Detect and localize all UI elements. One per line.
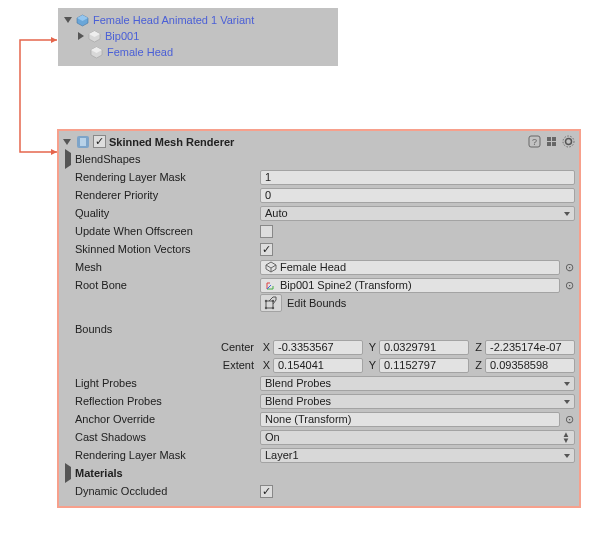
svg-point-7: [565, 139, 571, 145]
blendshapes-row[interactable]: BlendShapes: [63, 150, 575, 168]
component-icon: [76, 135, 90, 149]
object-picker-icon[interactable]: ⊙: [563, 413, 575, 426]
cast-shadows-row: Cast Shadows On▲▼: [63, 428, 575, 446]
prefab-variant-icon: [76, 14, 89, 27]
skinned-motion-vectors-row: Skinned Motion Vectors: [63, 240, 575, 258]
hierarchy-item-label: Female Head Animated 1 Variant: [93, 14, 254, 26]
extent-z-input[interactable]: [485, 358, 575, 373]
mesh-object-field[interactable]: Female Head: [260, 260, 560, 275]
extent-x-input[interactable]: [273, 358, 363, 373]
reflection-probes-row: Reflection Probes Blend Probes: [63, 392, 575, 410]
object-picker-icon[interactable]: ⊙: [563, 279, 575, 292]
mesh-row: Mesh Female Head ⊙: [63, 258, 575, 276]
mesh-icon: [265, 261, 277, 273]
center-z-input[interactable]: [485, 340, 575, 355]
reflection-probes-dropdown[interactable]: Blend Probes: [260, 394, 575, 409]
inspector-panel: Skinned Mesh Renderer ? BlendShapes Rend…: [58, 130, 580, 507]
hierarchy-item-label: Female Head: [107, 46, 173, 58]
svg-point-12: [265, 307, 267, 309]
hierarchy-item-label: Bip001: [105, 30, 139, 42]
svg-point-8: [563, 136, 574, 147]
light-probes-row: Light Probes Blend Probes: [63, 374, 575, 392]
bounds-center-row: Center X Y Z: [63, 338, 575, 356]
materials-row[interactable]: Materials: [63, 464, 575, 482]
svg-point-11: [272, 300, 274, 302]
hierarchy-item-root[interactable]: Female Head Animated 1 Variant: [64, 12, 332, 28]
edit-bounds-label: Edit Bounds: [287, 297, 346, 309]
rendering-layer-mask2-row: Rendering Layer Mask Layer1: [63, 446, 575, 464]
anchor-override-field[interactable]: None (Transform): [260, 412, 560, 427]
preset-icon[interactable]: [544, 135, 558, 149]
svg-rect-4: [552, 137, 556, 141]
skinned-motion-vectors-checkbox[interactable]: [260, 243, 273, 256]
hierarchy-item-bip[interactable]: Bip001: [64, 28, 332, 44]
foldout-icon[interactable]: [65, 149, 71, 169]
svg-rect-6: [552, 142, 556, 146]
svg-rect-3: [547, 137, 551, 141]
root-bone-object-field[interactable]: Bip001 Spine2 (Transform): [260, 278, 560, 293]
component-enabled-checkbox[interactable]: [93, 135, 106, 148]
foldout-icon[interactable]: [63, 139, 71, 145]
anchor-override-row: Anchor Override None (Transform) ⊙: [63, 410, 575, 428]
dynamic-occluded-checkbox[interactable]: [260, 485, 273, 498]
light-probes-dropdown[interactable]: Blend Probes: [260, 376, 575, 391]
renderer-priority-input[interactable]: [260, 188, 575, 203]
foldout-icon[interactable]: [64, 17, 72, 23]
object-picker-icon[interactable]: ⊙: [563, 261, 575, 274]
gameobject-icon: [90, 46, 103, 59]
gear-icon[interactable]: [561, 135, 575, 149]
hierarchy-item-head[interactable]: Female Head: [64, 44, 332, 60]
dynamic-occluded-row: Dynamic Occluded: [63, 482, 575, 500]
relation-arrow: [2, 34, 62, 234]
root-bone-row: Root Bone Bip001 Spine2 (Transform) ⊙: [63, 276, 575, 294]
component-header[interactable]: Skinned Mesh Renderer ?: [63, 133, 575, 150]
svg-point-13: [272, 307, 274, 309]
update-offscreen-checkbox[interactable]: [260, 225, 273, 238]
edit-bounds-toggle[interactable]: [260, 294, 282, 312]
edit-bounds-row: Edit Bounds: [63, 294, 575, 312]
rendering-layer-mask2-dropdown[interactable]: Layer1: [260, 448, 575, 463]
center-x-input[interactable]: [273, 340, 363, 355]
svg-rect-9: [266, 301, 273, 308]
extent-y-input[interactable]: [379, 358, 469, 373]
bounds-tool-icon: [264, 296, 278, 310]
gameobject-icon: [88, 30, 101, 43]
svg-rect-5: [547, 142, 551, 146]
renderer-priority-row: Renderer Priority: [63, 186, 575, 204]
bounds-extent-row: Extent X Y Z: [63, 356, 575, 374]
transform-icon: [265, 279, 277, 291]
help-icon[interactable]: ?: [527, 135, 541, 149]
cast-shadows-dropdown[interactable]: On▲▼: [260, 430, 575, 445]
rendering-layer-mask-input[interactable]: [260, 170, 575, 185]
quality-dropdown[interactable]: Auto: [260, 206, 575, 221]
center-y-input[interactable]: [379, 340, 469, 355]
bounds-label-row: Bounds: [63, 320, 575, 338]
rendering-layer-mask-row: Rendering Layer Mask: [63, 168, 575, 186]
svg-text:?: ?: [531, 137, 536, 147]
component-title: Skinned Mesh Renderer: [109, 136, 524, 148]
update-offscreen-row: Update When Offscreen: [63, 222, 575, 240]
hierarchy-panel: Female Head Animated 1 Variant Bip001 Fe…: [58, 8, 338, 66]
quality-row: Quality Auto: [63, 204, 575, 222]
foldout-icon[interactable]: [65, 463, 71, 483]
foldout-icon[interactable]: [78, 32, 84, 40]
svg-point-10: [265, 300, 267, 302]
